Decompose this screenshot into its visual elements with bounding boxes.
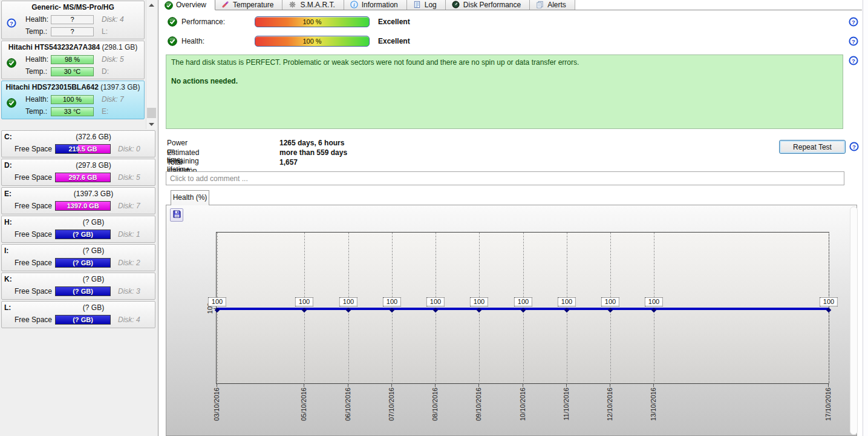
x-axis-date-label: 10/10/2016 bbox=[519, 388, 527, 423]
free-space-bar: 1397.0 GB bbox=[55, 201, 111, 211]
tab-disk-performance[interactable]: Disk Performance bbox=[446, 0, 530, 10]
partition-size: (372.6 GB) bbox=[2, 133, 155, 141]
disk-name: Hitachi HTS543232A7A384 (298.1 GB) bbox=[2, 43, 144, 51]
tab-bar: OverviewTemperatureS.M.A.R.T.iInformatio… bbox=[158, 0, 862, 10]
point-value-label: 100 bbox=[295, 297, 313, 306]
disk-number: Disk: 7 bbox=[118, 202, 140, 210]
free-space-label: Free Space bbox=[15, 230, 52, 239]
partition-size: (? GB) bbox=[2, 303, 155, 312]
drive-letter: L: bbox=[102, 27, 108, 36]
help-icon[interactable]: ? bbox=[849, 17, 859, 27]
info-circle-icon: i bbox=[350, 1, 359, 9]
free-space-bar: (? GB) bbox=[55, 230, 111, 239]
performance-label: Performance: bbox=[181, 18, 225, 26]
x-axis-date-label: 17/10/2016 bbox=[824, 388, 832, 423]
free-space-value: (? GB) bbox=[56, 231, 110, 238]
tab-health-chart[interactable]: Health (%) bbox=[171, 190, 209, 205]
free-space-bar: 219.5 GB bbox=[55, 144, 111, 154]
disk-health-bar: 98 % bbox=[51, 55, 94, 64]
disk-list-scrollbar[interactable] bbox=[146, 0, 157, 129]
repeat-test-button[interactable]: Repeat Test bbox=[779, 140, 846, 154]
partition-size: (1397.3 GB) bbox=[2, 190, 155, 198]
tab-s-m-a-r-t[interactable]: S.M.A.R.T. bbox=[282, 0, 344, 10]
chart-scrollbar[interactable] bbox=[850, 206, 858, 435]
disk-health-bar: 100 % bbox=[51, 95, 94, 104]
help-icon[interactable]: ? bbox=[849, 36, 859, 47]
disk-status-message-box: The hard disk status is PERFECT. Problem… bbox=[166, 54, 843, 129]
point-value-label: 100 bbox=[208, 297, 226, 306]
performance-ok-icon bbox=[168, 17, 178, 27]
health-label: Health: bbox=[25, 55, 48, 64]
disk-number: Disk: 0 bbox=[118, 145, 140, 153]
point-value-label: 100 bbox=[645, 297, 663, 306]
help-icon[interactable]: ? bbox=[849, 56, 859, 66]
health-chart-plot: 100100100100100100100100100100100 bbox=[216, 232, 829, 384]
remaining-lifetime-value: more than 559 days bbox=[279, 148, 347, 157]
x-axis-date-label: 06/10/2016 bbox=[344, 388, 352, 423]
tab-information[interactable]: iInformation bbox=[344, 0, 407, 10]
status-text: The hard disk status is PERFECT. Problem… bbox=[171, 58, 838, 67]
tab-temperature[interactable]: Temperature bbox=[215, 0, 282, 10]
point-value-label: 100 bbox=[383, 297, 401, 306]
performance-rating: Excellent bbox=[378, 18, 410, 26]
disk-item[interactable]: Hitachi HDS723015BLA642 (1397.3 GB)Healt… bbox=[1, 81, 145, 119]
disk-number: Disk: 4 bbox=[102, 15, 124, 24]
scrollbar-down-icon[interactable] bbox=[146, 119, 157, 129]
disk-item[interactable]: Generic- MS/MS-Pro/HG?Health:?Disk: 4Tem… bbox=[1, 1, 145, 39]
tab-alerts[interactable]: Alerts bbox=[530, 0, 575, 10]
help-icon[interactable]: ? bbox=[849, 142, 860, 152]
x-axis-date-label: 08/10/2016 bbox=[431, 388, 439, 423]
tab-overview[interactable]: Overview bbox=[158, 0, 215, 10]
partition-item[interactable]: K:(? GB)Free Space(? GB)Disk: 3 bbox=[1, 272, 155, 300]
comment-input[interactable] bbox=[166, 171, 844, 185]
temp-label: Temp.: bbox=[25, 67, 47, 76]
partition-size: (297.8 GB) bbox=[2, 161, 155, 170]
point-value-label: 100 bbox=[470, 297, 488, 306]
free-space-value: (? GB) bbox=[56, 259, 110, 266]
free-space-label: Free Space bbox=[15, 315, 52, 324]
scrollbar-thumb[interactable] bbox=[147, 108, 156, 118]
partition-item[interactable]: I:(? GB)Free Space(? GB)Disk: 2 bbox=[1, 244, 155, 271]
free-space-label: Free Space bbox=[15, 287, 52, 296]
smart-gear-icon bbox=[289, 1, 297, 9]
data-point-marker bbox=[826, 308, 831, 312]
x-axis-date-label: 07/10/2016 bbox=[388, 388, 396, 423]
disk-item[interactable]: Hitachi HTS543232A7A384 (298.1 GB)Health… bbox=[1, 41, 145, 79]
x-axis-date-label: 03/10/2016 bbox=[213, 388, 221, 423]
partition-size: (? GB) bbox=[2, 275, 155, 283]
disk-health-bar: ? bbox=[51, 15, 94, 24]
health-chart-panel: 100100100100100100100100100100100 03/10/… bbox=[166, 205, 857, 436]
svg-text:?: ? bbox=[852, 19, 855, 25]
free-space-bar: (? GB) bbox=[55, 258, 111, 268]
point-value-label: 100 bbox=[558, 297, 576, 306]
free-space-label: Free Space bbox=[15, 173, 52, 182]
partition-item[interactable]: C:(372.6 GB)Free Space219.5 GBDisk: 0 bbox=[1, 130, 155, 157]
start-stop-count-value: 1,657 bbox=[279, 158, 298, 167]
disk-temp-bar: 30 °C bbox=[51, 67, 94, 76]
point-value-label: 100 bbox=[339, 297, 357, 306]
point-value-label: 100 bbox=[601, 297, 619, 306]
health-bar-value: 100 % bbox=[302, 38, 321, 45]
disk-number: Disk: 4 bbox=[118, 315, 140, 324]
health-label: Health: bbox=[25, 95, 48, 104]
tab-log[interactable]: Log bbox=[407, 0, 446, 10]
free-space-value: (? GB) bbox=[56, 288, 110, 295]
partition-item[interactable]: H:(? GB)Free Space(? GB)Disk: 1 bbox=[1, 216, 155, 243]
save-chart-button[interactable] bbox=[170, 208, 183, 222]
free-space-label: Free Space bbox=[15, 202, 52, 210]
partition-item[interactable]: E:(1397.3 GB)Free Space1397.0 GBDisk: 7 bbox=[1, 187, 155, 214]
partition-item[interactable]: D:(297.8 GB)Free Space297.6 GBDisk: 5 bbox=[1, 159, 155, 186]
check-circle-icon bbox=[165, 1, 173, 9]
drive-letter: D: bbox=[102, 67, 109, 76]
disk-temp-bar: ? bbox=[51, 27, 94, 36]
disk-number: Disk: 5 bbox=[118, 173, 140, 182]
scrollbar-up-icon[interactable] bbox=[146, 0, 157, 10]
partition-item[interactable]: L:(? GB)Free Space(? GB)Disk: 4 bbox=[1, 301, 155, 328]
disk-number: Disk: 1 bbox=[118, 230, 140, 239]
free-space-label: Free Space bbox=[15, 259, 52, 267]
power-on-time-value: 1265 days, 6 hours bbox=[279, 139, 344, 147]
log-document-icon bbox=[413, 1, 422, 9]
disk-name: Hitachi HDS723015BLA642 (1397.3 GB) bbox=[2, 83, 144, 91]
thermometer-icon bbox=[221, 1, 230, 9]
svg-text:?: ? bbox=[852, 58, 855, 64]
